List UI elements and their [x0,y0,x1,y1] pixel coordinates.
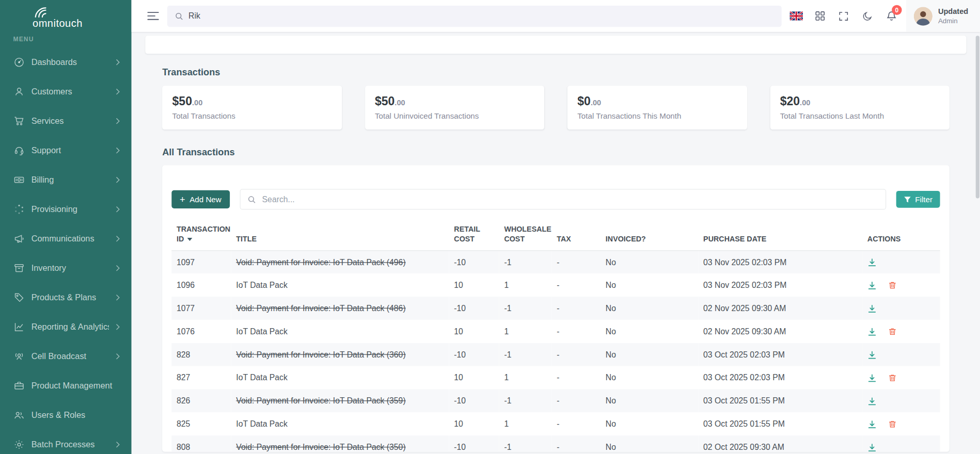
wholesale-cost-cell: 1 [499,320,552,343]
sidebar-nav: Dashboards Customers Services Support Bi… [0,47,132,454]
purchase-date-cell: 02 Oct 2025 09:30 AM [698,436,862,452]
download-icon[interactable] [867,397,877,406]
title-cell: Void: Payment for Invoice: IoT Data Pack… [231,297,449,320]
stat-card: $50.00 Total Transactions [162,86,341,129]
table-row: 828 Void: Payment for Invoice: IoT Data … [171,343,940,366]
sidebar-item-services[interactable]: Services [0,106,132,136]
stat-label: Total Transactions [172,112,332,121]
download-icon[interactable] [867,443,877,452]
invoiced-cell: No [600,413,698,436]
stat-label: Total Transactions Last Month [780,112,940,121]
delete-icon[interactable] [888,420,896,429]
page-title: Transactions [162,67,950,77]
table-search-input[interactable] [240,189,887,209]
all-transactions-title: All Transactions [162,147,950,157]
notification-bell-button[interactable]: 0 [879,0,903,32]
sidebar-item-users-roles[interactable]: Users & Roles [0,400,132,430]
page-content: Transactions $50.00 Total Transactions $… [132,32,980,454]
global-search-input[interactable] [167,5,782,26]
retail-cost-cell: 10 [449,273,499,297]
chevron-right-icon [116,294,120,301]
products-plans-icon [13,292,24,303]
purchase-date-cell: 03 Nov 2025 02:03 PM [698,273,862,297]
add-new-button[interactable]: + Add New [171,190,229,208]
chevron-right-icon [116,88,120,95]
delete-icon[interactable] [888,281,896,290]
fullscreen-button[interactable] [832,0,856,32]
app-window: omnitouch MENU Dashboards Customers Serv… [0,0,980,454]
filter-button[interactable]: Filter [896,191,940,208]
actions-cell [862,273,940,297]
download-icon[interactable] [867,304,877,313]
sidebar-item-provisioning[interactable]: Provisioning [0,194,132,224]
chevron-right-icon [116,235,120,242]
actions-cell [862,366,940,390]
purchase-date-cell: 02 Nov 2025 09:30 AM [698,297,862,320]
actions-cell [862,413,940,436]
retail-cost-cell: -10 [449,343,499,366]
global-search [167,5,782,26]
sidebar-item-billing[interactable]: Billing [0,165,132,194]
title-cell: IoT Data Pack [231,413,449,436]
topbar-icons: 0 [784,0,903,32]
sidebar-item-support[interactable]: Support [0,136,132,165]
language-flag-button[interactable] [784,0,808,32]
download-icon[interactable] [867,374,877,383]
user-menu[interactable]: Updated Admin [906,0,980,32]
sort-desc-icon [187,238,192,241]
brand-name: omnitouch [33,18,132,29]
sidebar-item-products-plans[interactable]: Products & Plans [0,283,132,312]
tax-cell: - [552,413,601,436]
wholesale-cost-cell: -1 [499,436,552,452]
title-cell: Void: Payment for Invoice: IoT Data Pack… [231,251,449,274]
page-header-card [145,36,966,54]
column-header-actions: ACTIONS [862,223,940,251]
purchase-date-cell: 03 Oct 2025 01:55 PM [698,413,862,436]
chevron-right-icon [116,323,120,330]
sidebar-item-communications[interactable]: Communications [0,224,132,253]
user-name: Updated [938,7,968,17]
scrollbar-thumb[interactable] [976,36,979,198]
user-avatar [914,7,932,25]
apps-grid-button[interactable] [808,0,832,32]
brand-logo[interactable]: omnitouch [0,0,132,29]
download-icon[interactable] [867,350,877,360]
chevron-right-icon [116,206,120,213]
actions-cell [862,436,940,452]
dark-mode-button[interactable] [856,0,879,32]
download-icon[interactable] [867,258,877,267]
actions-cell [862,343,940,366]
wholesale-cost-cell: 1 [499,413,552,436]
stat-card: $0.00 Total Transactions This Month [567,86,747,129]
sidebar-item-product-management[interactable]: Product Management [0,371,132,400]
chevron-right-icon [116,118,120,124]
wholesale-cost-cell: -1 [499,297,552,320]
table-row: 827 IoT Data Pack 10 1 - No 03 Oct 2025 … [171,366,940,390]
sidebar-item-reporting-analytics[interactable]: Reporting & Analytics [0,312,132,342]
sidebar-item-dashboards[interactable]: Dashboards [0,47,132,77]
download-icon[interactable] [867,420,877,429]
wholesale-cost-cell: 1 [499,273,552,297]
download-icon[interactable] [867,281,877,290]
table-search [240,189,887,209]
stat-card: $20.00 Total Transactions Last Month [770,86,949,129]
sidebar-item-inventory[interactable]: Inventory [0,253,132,283]
sidebar-item-cell-broadcast[interactable]: Cell Broadcast [0,342,132,371]
search-icon [247,195,256,204]
purchase-date-cell: 02 Nov 2025 09:30 AM [698,320,862,343]
retail-cost-cell: -10 [449,390,499,413]
actions-cell [862,297,940,320]
delete-icon[interactable] [888,374,896,383]
column-header-transaction-id[interactable]: TRANSACTION ID [171,223,231,251]
sidebar-item-batch-processes[interactable]: Batch Processes [0,430,132,454]
tax-cell: - [552,390,601,413]
transaction-id-cell: 825 [171,413,231,436]
delete-icon[interactable] [888,328,896,336]
sidebar: omnitouch MENU Dashboards Customers Serv… [0,0,132,454]
column-header-wholesale-cost: WHOLESALE COST [499,223,552,251]
chevron-right-icon [116,441,120,448]
topbar: 0 Updated Admin [132,0,980,32]
download-icon[interactable] [867,327,877,336]
hamburger-menu-icon[interactable] [142,5,163,26]
sidebar-item-customers[interactable]: Customers [0,77,132,106]
